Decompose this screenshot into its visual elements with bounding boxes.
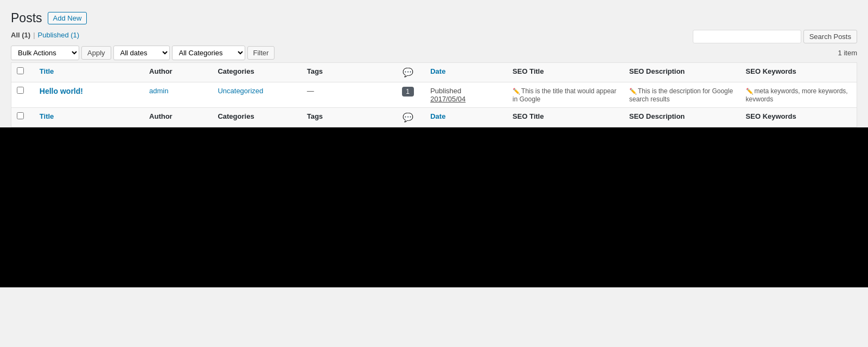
footer-checkbox-cell xyxy=(11,108,34,127)
footer-seo-title: SEO Title xyxy=(507,108,624,127)
date-status: Published xyxy=(430,87,461,95)
header-author: Author xyxy=(144,63,212,82)
header-categories: Categories xyxy=(212,63,301,82)
comments-header-icon: 💬 xyxy=(403,68,413,77)
items-count: 1 item xyxy=(838,49,857,57)
author-link[interactable]: admin xyxy=(149,87,168,95)
footer-date: Date xyxy=(425,108,507,127)
footer-date-link[interactable]: Date xyxy=(430,112,445,120)
date-value: 2017/05/04 xyxy=(430,95,465,103)
header-checkbox-cell xyxy=(11,63,34,82)
header-comments: 💬 xyxy=(391,63,425,82)
filter-sep: | xyxy=(33,31,35,39)
header-title: Title xyxy=(34,63,144,82)
subsubsub: All (1) | Published (1) xyxy=(11,31,79,39)
pencil-icon-seo-title: ✏️ xyxy=(513,88,520,94)
all-dates-select[interactable]: All dates xyxy=(113,46,170,60)
table-header-row: Title Author Categories Tags 💬 Date SEO … xyxy=(11,63,857,82)
table-row: Hello world! admin Uncategorized — 1 xyxy=(11,82,857,108)
footer-tags: Tags xyxy=(302,108,391,127)
row-tags-cell: — xyxy=(302,82,391,108)
row-author-cell: admin xyxy=(144,82,212,108)
row-comments-cell: 1 xyxy=(391,82,425,108)
posts-table: Title Author Categories Tags 💬 Date SEO … xyxy=(11,62,857,127)
seo-desc-text: This is the description for Google searc… xyxy=(629,87,733,103)
footer-seo-keywords: SEO Keywords xyxy=(741,108,857,127)
comment-cell: 1 xyxy=(396,87,419,97)
all-categories-select[interactable]: All Categories xyxy=(172,46,245,60)
footer-title: Title xyxy=(34,108,144,127)
row-checkbox[interactable] xyxy=(17,87,24,94)
pencil-icon-seo-kw: ✏️ xyxy=(746,88,754,94)
table-footer-row: Title Author Categories Tags 💬 Date SEO … xyxy=(11,108,857,127)
footer-comments-icon: 💬 xyxy=(403,113,413,122)
search-posts-input[interactable] xyxy=(693,30,801,43)
seo-title-text: This is the title that would appear in G… xyxy=(513,87,616,103)
comment-badge[interactable]: 1 xyxy=(402,87,414,97)
bulk-actions-select[interactable]: Bulk Actions xyxy=(11,46,79,60)
category-link[interactable]: Uncategorized xyxy=(218,87,263,95)
footer-title-link[interactable]: Title xyxy=(40,112,54,120)
header-date: Date xyxy=(425,63,507,82)
apply-button[interactable]: Apply xyxy=(81,46,111,60)
row-date-cell: Published 2017/05/04 xyxy=(425,82,507,108)
row-checkbox-cell xyxy=(11,82,34,108)
seo-kw-text: meta keywords, more keywords, kevwords xyxy=(746,87,848,103)
page-header: Posts Add New xyxy=(11,11,857,25)
actions-left: Bulk Actions Apply All dates All Categor… xyxy=(11,46,275,60)
filter-all-link[interactable]: All (1) xyxy=(11,31,30,39)
row-seo-kw-cell: ✏️meta keywords, more keywords, kevwords xyxy=(741,82,857,108)
footer-select-all-checkbox[interactable] xyxy=(17,112,24,119)
filter-published-link[interactable]: Published (1) xyxy=(38,31,80,39)
row-categories-cell: Uncategorized xyxy=(212,82,301,108)
bottom-black-area xyxy=(0,127,868,287)
footer-categories: Categories xyxy=(212,108,301,127)
filter-button[interactable]: Filter xyxy=(247,46,275,60)
header-seo-keywords: SEO Keywords xyxy=(741,63,857,82)
header-search-row: All (1) | Published (1) Search Posts xyxy=(11,30,857,43)
row-seo-title-cell: ✏️This is the title that would appear in… xyxy=(507,82,624,108)
footer-author: Author xyxy=(144,108,212,127)
post-title-link[interactable]: Hello world! xyxy=(40,87,83,95)
header-tags: Tags xyxy=(302,63,391,82)
search-posts-form: Search Posts xyxy=(693,30,857,43)
search-posts-button[interactable]: Search Posts xyxy=(803,30,857,43)
pencil-icon-seo-desc: ✏️ xyxy=(629,88,637,94)
footer-comments: 💬 xyxy=(391,108,425,127)
row-seo-desc-cell: ✏️This is the description for Google sea… xyxy=(624,82,741,108)
header-title-link[interactable]: Title xyxy=(40,67,54,75)
header-seo-title: SEO Title xyxy=(507,63,624,82)
header-date-link[interactable]: Date xyxy=(430,67,445,75)
page-wrapper: Posts Add New All (1) | Published (1) Se… xyxy=(0,0,868,347)
select-all-checkbox[interactable] xyxy=(17,67,24,74)
actions-row: Bulk Actions Apply All dates All Categor… xyxy=(11,46,857,60)
page-title: Posts xyxy=(11,11,42,25)
content-area: Posts Add New All (1) | Published (1) Se… xyxy=(0,0,868,127)
footer-seo-description: SEO Description xyxy=(624,108,741,127)
add-new-button[interactable]: Add New xyxy=(48,12,87,24)
row-title-cell: Hello world! xyxy=(34,82,144,108)
header-seo-description: SEO Description xyxy=(624,63,741,82)
